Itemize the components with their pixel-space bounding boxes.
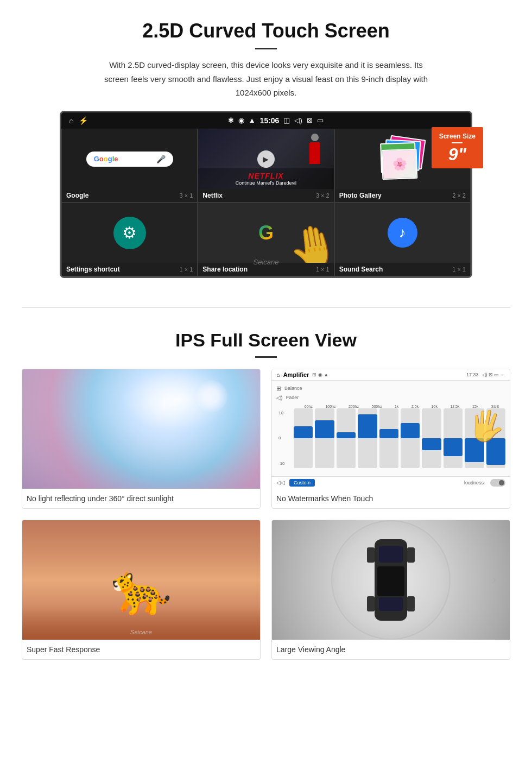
maps-icon: G — [252, 217, 280, 249]
badge-dash — [452, 142, 463, 143]
sunlight-caption: No light reflecting under 360° direct su… — [22, 489, 260, 508]
google-search-bar[interactable]: Google 🎤 — [86, 152, 173, 167]
slider-5[interactable] — [379, 408, 398, 468]
amp-home-icon: ⌂ — [276, 371, 280, 378]
amp-header: ⌂ Amplifier ⊞ ◉ ▲ 17:33 ◁) ⊠ ▭ ← — [272, 369, 510, 381]
share-thumbnail: G 🤚 — [198, 203, 333, 263]
dare-body — [309, 142, 320, 164]
play-button[interactable]: ▶ — [257, 150, 275, 168]
google-app-size: 3 × 1 — [180, 192, 193, 199]
netflix-overlay: NETFLIX Continue Marvel's Daredevil — [198, 168, 333, 189]
freq-1k: 1k — [395, 405, 398, 408]
amp-status-icons: ◁) ⊠ ▭ ← — [482, 372, 506, 377]
maps-g-letter: G — [258, 222, 274, 244]
section2-title: IPS Full Screen View — [22, 330, 510, 351]
slider-10-fill — [486, 438, 505, 465]
section-ips: IPS Full Screen View No light reflecting… — [0, 319, 532, 676]
slider-4-fill — [358, 414, 377, 438]
slider-10[interactable] — [486, 408, 505, 468]
google-logo: Google — [94, 155, 118, 163]
title-underline-2 — [255, 356, 277, 358]
sound-thumbnail: ♪ — [335, 203, 470, 263]
slider-2-fill — [315, 420, 334, 438]
light-beam — [22, 369, 260, 489]
amp-fader-label: Fader — [286, 395, 299, 400]
google-mic-icon[interactable]: 🎤 — [156, 155, 166, 163]
device-mockup: Screen Size 9" ⌂ ⚡ ✱ ◉ ▲ 15:06 ◫ ◁) ⊠ — [60, 111, 472, 278]
car-card: › Large Viewing Angle — [271, 520, 510, 660]
amp-loudness-label: loudness — [464, 480, 484, 485]
settings-app-name: Settings shortcut — [66, 266, 120, 273]
amp-back-icon[interactable]: ◁◁ — [276, 480, 285, 485]
settings-icon-wrapper: ⚙ — [113, 217, 146, 249]
dare-head — [311, 134, 319, 141]
amp-icons: ⊞ ◉ ▲ — [312, 372, 328, 377]
slider-7-fill — [422, 438, 441, 450]
volume-icon[interactable]: ◁) — [294, 116, 302, 124]
amplifier-caption: No Watermarks When Touch — [272, 489, 510, 508]
loudness-toggle[interactable] — [490, 479, 505, 487]
cheetah-icon: 🐆 — [111, 561, 172, 618]
share-label: Share location 1 × 1 — [198, 263, 333, 276]
slider-9[interactable] — [465, 408, 484, 468]
slider-7[interactable] — [422, 408, 441, 468]
freq-10k: 10k — [432, 405, 438, 408]
device-screen: ⌂ ⚡ ✱ ◉ ▲ 15:06 ◫ ◁) ⊠ ▭ — [60, 111, 472, 278]
slider-5-fill — [379, 429, 398, 438]
app-cell-settings[interactable]: ⚙ Settings shortcut 1 × 1 — [61, 203, 198, 276]
status-center: ✱ ◉ ▲ 15:06 ◫ ◁) ⊠ ▭ — [228, 116, 324, 125]
gallery-label: Photo Gallery 2 × 2 — [335, 189, 470, 202]
google-thumbnail: Google 🎤 — [62, 129, 197, 189]
amp-freq-row: 60hz 100hz 200hz 500hz 1k 2.5k 10k 12.5k… — [298, 405, 505, 408]
settings-thumbnail: ⚙ — [62, 203, 197, 263]
slider-8[interactable] — [444, 408, 463, 468]
cheetah-image: 🐆 Seicane — [22, 520, 260, 640]
slider-3[interactable] — [337, 408, 356, 468]
netflix-logo: NETFLIX — [202, 172, 329, 180]
netflix-app-size: 3 × 2 — [316, 192, 330, 199]
camera-icon[interactable]: ◫ — [283, 116, 290, 124]
close-icon[interactable]: ⊠ — [307, 116, 313, 124]
slider-6-fill — [401, 423, 420, 438]
slider-1-fill — [294, 426, 313, 438]
status-left: ⌂ ⚡ — [69, 116, 88, 125]
freq-100: 100hz — [325, 405, 335, 408]
amplifier-card: ⌂ Amplifier ⊞ ◉ ▲ 17:33 ◁) ⊠ ▭ ← ⊞ Balan… — [271, 369, 510, 509]
screen-size-badge: Screen Size 9" — [432, 127, 483, 168]
slider-1[interactable] — [294, 408, 313, 468]
music-icon-wrapper: ♪ — [388, 218, 417, 248]
car-caption: Large Viewing Angle — [272, 640, 510, 659]
freq-60: 60hz — [305, 405, 313, 408]
sound-app-name: Sound Search — [339, 266, 383, 273]
sunlight-image — [22, 369, 260, 489]
app-cell-share[interactable]: G 🤚 Share location 1 × 1 — [198, 203, 334, 276]
slider-4[interactable] — [358, 408, 377, 468]
amp-content: ⊞ Balance ◁) Fader 60hz 100hz 200hz — [272, 381, 510, 476]
amp-vol-icon: ◁) — [276, 394, 283, 401]
amp-custom-button[interactable]: Custom — [289, 479, 315, 487]
home-icon[interactable]: ⌂ — [69, 116, 73, 125]
settings-label: Settings shortcut 1 × 1 — [62, 263, 197, 276]
location-icon: ◉ — [238, 116, 244, 124]
app-cell-netflix[interactable]: ▶ NETFLIX Continue Marvel's Daredevil Ne… — [198, 129, 334, 203]
share-app-name: Share location — [202, 266, 248, 273]
slider-8-fill — [444, 438, 463, 456]
netflix-app-name: Netflix — [202, 192, 223, 199]
app-cell-google[interactable]: Google 🎤 Google 3 × 1 — [61, 129, 198, 203]
settings-app-size: 1 × 1 — [180, 266, 193, 273]
share-app-size: 1 × 1 — [316, 266, 330, 273]
amp-controls: ⊞ Balance — [276, 385, 505, 392]
section1-title: 2.5D Curved Touch Screen — [33, 20, 499, 42]
app-cell-sound[interactable]: ♪ Sound Search 1 × 1 — [334, 203, 471, 276]
gallery-app-size: 2 × 2 — [452, 192, 466, 199]
section-divider — [22, 307, 510, 308]
badge-size: 9" — [439, 146, 476, 163]
slider-2[interactable] — [315, 408, 334, 468]
amp-title: Amplifier — [283, 371, 309, 378]
gallery-stack: 🌸 — [381, 137, 424, 181]
amp-balance-label: Balance — [284, 386, 302, 391]
section1-description: With 2.5D curved-display screen, this de… — [98, 58, 434, 100]
slider-6[interactable] — [401, 408, 420, 468]
window-icon[interactable]: ▭ — [317, 116, 324, 124]
amp-freq-labels: 60hz 100hz 200hz 500hz 1k 2.5k 10k 12.5k… — [281, 405, 505, 408]
